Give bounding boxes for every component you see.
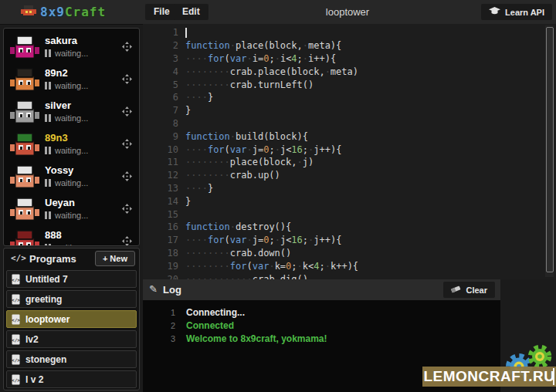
code-line[interactable]: 5········crab.turnLeft() <box>143 78 556 91</box>
player-name: 888 <box>45 229 62 241</box>
graduation-cap-icon <box>489 7 500 17</box>
program-item[interactable]: </>greeting <box>6 290 137 308</box>
app-window: 8x9Craft File Edit looptower Learn API s… <box>0 0 556 392</box>
log-line-number: 1 <box>143 308 186 317</box>
player-row[interactable]: Yossywaiting... <box>4 161 139 193</box>
robot-avatar-icon <box>10 230 39 246</box>
edit-menu-button[interactable]: Edit <box>174 4 208 20</box>
code-line[interactable]: 15 <box>143 208 556 221</box>
player-name: 89n3 <box>45 132 68 144</box>
pause-icon <box>45 114 51 122</box>
move-player-icon[interactable] <box>122 41 132 51</box>
programs-panel: </> Programs + New </>Untitled 7 </>gree… <box>3 248 140 390</box>
robot-avatar-icon <box>10 35 39 59</box>
line-number: 10 <box>143 144 185 155</box>
code-line[interactable]: 11········place(block,·j) <box>143 156 556 169</box>
pause-icon <box>45 244 51 246</box>
code-icon: </> <box>11 253 26 263</box>
log-line-number: 3 <box>143 334 186 343</box>
log-entry: 2Connected <box>143 319 500 332</box>
player-row[interactable]: 89n2waiting... <box>4 63 139 96</box>
code-line[interactable]: 17····for(var·j=0;·j<16;·j++){ <box>143 234 556 247</box>
code-line[interactable]: 7} <box>143 104 556 117</box>
move-player-icon[interactable] <box>122 171 132 181</box>
code-line[interactable]: 6····} <box>143 91 556 104</box>
move-player-icon[interactable] <box>122 73 132 83</box>
editor-scrollbar-thumb[interactable] <box>546 27 554 272</box>
code-line[interactable]: 13····} <box>143 182 556 195</box>
code-line[interactable]: 3····for(var·i=0;·i<4;·i++){ <box>143 52 556 66</box>
watermark-link[interactable]: LEMONCRAFT.RU <box>422 367 556 387</box>
program-item[interactable]: </>l v 2 <box>6 370 137 388</box>
log-message: Connecting... <box>186 307 245 318</box>
program-doc-icon: </> <box>12 374 20 385</box>
player-status: waiting... <box>45 113 88 123</box>
player-name: silver <box>45 100 71 111</box>
clear-log-button[interactable]: Clear <box>443 282 495 298</box>
new-program-button[interactable]: + New <box>95 251 135 266</box>
document-title: looptower <box>216 6 479 18</box>
code-line[interactable]: 9function·build(block){ <box>143 130 556 143</box>
code-line[interactable]: 16function·destroy(){ <box>143 221 556 234</box>
learn-api-label: Learn API <box>505 8 544 17</box>
line-number: 4 <box>143 66 185 77</box>
line-number: 18 <box>143 248 185 259</box>
line-number: 19 <box>143 261 185 272</box>
line-number: 15 <box>143 209 185 220</box>
player-row[interactable]: 888waiting... <box>4 225 139 246</box>
line-number: 13 <box>143 183 185 194</box>
move-player-icon[interactable] <box>122 235 132 245</box>
line-number: 11 <box>143 157 185 167</box>
svg-text:</>: </> <box>12 377 20 382</box>
program-doc-icon: </> <box>12 274 20 285</box>
learn-api-button[interactable]: Learn API <box>481 4 552 20</box>
green-gear <box>531 348 549 366</box>
player-row[interactable]: 89n3waiting... <box>4 128 139 161</box>
move-player-icon[interactable] <box>122 203 132 213</box>
code-line[interactable]: 2function·place(block,·meta){ <box>143 39 556 52</box>
code-line[interactable]: 19········for(var·k=0;·k<4;·k++){ <box>143 259 556 272</box>
code-line[interactable]: 18········crab.down() <box>143 247 556 260</box>
program-label: Untitled 7 <box>25 274 68 285</box>
editor-scrollbar[interactable] <box>545 25 554 277</box>
code-editor[interactable]: 12function·place(block,·meta){3····for(v… <box>143 24 556 279</box>
svg-text:</>: </> <box>12 316 20 322</box>
program-doc-icon: </> <box>12 314 20 325</box>
program-item[interactable]: </>lv2 <box>6 330 137 348</box>
code-line[interactable]: 20············crab.dig() <box>143 272 556 279</box>
program-doc-icon: </> <box>12 294 20 305</box>
program-item[interactable]: </>Untitled 7 <box>6 270 137 288</box>
program-item[interactable]: </>looptower <box>6 310 137 328</box>
player-status: waiting... <box>45 243 88 246</box>
code-line[interactable]: 8 <box>143 117 556 130</box>
player-row[interactable]: sakurawaiting... <box>4 31 139 63</box>
code-line[interactable]: 14} <box>143 194 556 208</box>
move-player-icon[interactable] <box>122 138 132 148</box>
player-name: sakura <box>45 35 77 46</box>
line-number: 17 <box>143 235 185 245</box>
program-label: l v 2 <box>25 374 43 385</box>
code-line[interactable]: 12········crab.up() <box>143 169 556 182</box>
programs-title: Programs <box>29 253 76 265</box>
program-label: looptower <box>25 314 70 325</box>
program-label: stonegen <box>25 354 66 365</box>
code-line[interactable]: 10····for(var·j=0;·j<16;·j++){ <box>143 143 556 156</box>
line-number: 5 <box>143 79 185 90</box>
crab-logo-icon <box>20 5 37 19</box>
move-player-icon[interactable] <box>122 106 132 116</box>
player-row[interactable]: Ueyanwaiting... <box>4 193 139 225</box>
code-line[interactable]: 4········crab.place(block,·meta) <box>143 65 556 78</box>
svg-text:</>: </> <box>12 336 20 342</box>
svg-text:</>: </> <box>12 296 20 302</box>
pause-icon <box>45 49 51 57</box>
code-line[interactable]: 1 <box>143 26 556 39</box>
robot-list-panel: sakurawaiting... 89n2waiting... silverwa… <box>3 28 140 246</box>
player-name: Ueyan <box>45 197 75 208</box>
player-status: waiting... <box>45 146 88 155</box>
player-row[interactable]: silverwaiting... <box>4 96 139 128</box>
robot-avatar-icon <box>10 165 39 188</box>
program-item[interactable]: </>stonegen <box>6 350 137 368</box>
line-number: 8 <box>143 118 185 129</box>
player-status: waiting... <box>45 49 88 58</box>
line-number: 2 <box>143 40 185 51</box>
